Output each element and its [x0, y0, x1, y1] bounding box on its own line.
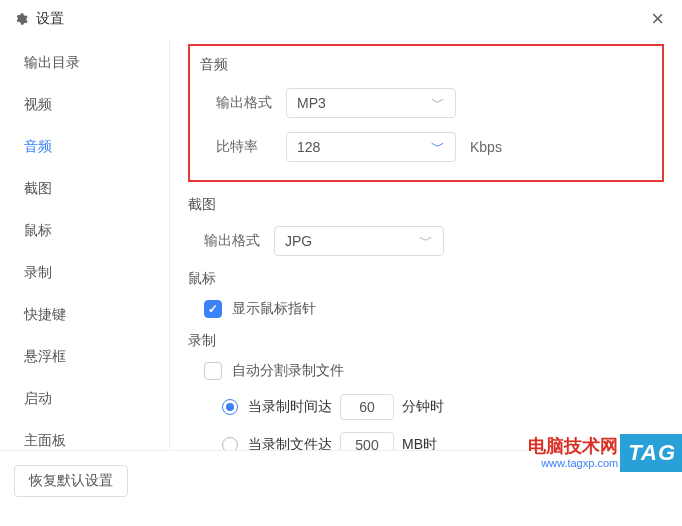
- section-title-record: 录制: [188, 332, 664, 350]
- bitrate-unit: Kbps: [470, 139, 502, 155]
- audio-bitrate-value: 128: [297, 139, 320, 155]
- show-pointer-checkbox[interactable]: [204, 300, 222, 318]
- screenshot-format-select[interactable]: JPG ﹀: [274, 226, 444, 256]
- split-size-row: 当录制文件达 500 MB时: [222, 432, 664, 450]
- audio-bitrate-row: 比特率 128 ﹀ Kbps: [200, 132, 652, 162]
- split-mode-group: 当录制时间达 60 分钟时 当录制文件达 500 MB时: [188, 394, 664, 450]
- chevron-down-icon: ﹀: [431, 94, 445, 112]
- audio-format-label: 输出格式: [216, 94, 286, 112]
- sidebar-item-main-panel[interactable]: 主面板: [0, 420, 169, 462]
- audio-format-select[interactable]: MP3 ﹀: [286, 88, 456, 118]
- section-title-screenshot: 截图: [188, 196, 664, 214]
- chevron-down-icon: ﹀: [431, 138, 445, 156]
- split-size-radio[interactable]: [222, 437, 238, 450]
- sidebar-item-output-dir[interactable]: 输出目录: [0, 42, 169, 84]
- sidebar-item-audio[interactable]: 音频: [0, 126, 169, 168]
- gear-icon: [14, 12, 28, 26]
- sidebar-item-startup[interactable]: 启动: [0, 378, 169, 420]
- chevron-down-icon: ﹀: [419, 232, 433, 250]
- sidebar-item-video[interactable]: 视频: [0, 84, 169, 126]
- sidebar-item-hotkey[interactable]: 快捷键: [0, 294, 169, 336]
- audio-format-value: MP3: [297, 95, 326, 111]
- sidebar-item-mouse[interactable]: 鼠标: [0, 210, 169, 252]
- split-time-row: 当录制时间达 60 分钟时: [222, 394, 664, 420]
- sidebar-item-record[interactable]: 录制: [0, 252, 169, 294]
- sidebar-item-float[interactable]: 悬浮框: [0, 336, 169, 378]
- sidebar-item-screenshot[interactable]: 截图: [0, 168, 169, 210]
- audio-bitrate-label: 比特率: [216, 138, 286, 156]
- audio-bitrate-select[interactable]: 128 ﹀: [286, 132, 456, 162]
- split-time-unit: 分钟时: [402, 398, 444, 416]
- split-size-unit: MB时: [402, 436, 437, 450]
- audio-format-row: 输出格式 MP3 ﹀: [200, 88, 652, 118]
- show-pointer-row: 显示鼠标指针: [188, 300, 664, 318]
- section-title-audio: 音频: [200, 56, 652, 74]
- split-time-input[interactable]: 60: [340, 394, 394, 420]
- sidebar: 输出目录 视频 音频 截图 鼠标 录制 快捷键 悬浮框 启动 主面板: [0, 38, 170, 450]
- window-title: 设置: [36, 10, 64, 28]
- auto-split-label: 自动分割录制文件: [232, 362, 344, 380]
- split-time-prefix: 当录制时间达: [248, 398, 332, 416]
- auto-split-row: 自动分割录制文件: [188, 362, 664, 380]
- screenshot-format-row: 输出格式 JPG ﹀: [188, 226, 664, 256]
- audio-section-highlight: 音频 输出格式 MP3 ﹀ 比特率 128 ﹀ Kbps: [188, 44, 664, 182]
- main-panel: 音频 输出格式 MP3 ﹀ 比特率 128 ﹀ Kbps 截图 输出格式: [170, 38, 682, 450]
- split-time-radio[interactable]: [222, 399, 238, 415]
- show-pointer-label: 显示鼠标指针: [232, 300, 316, 318]
- close-button[interactable]: ×: [647, 8, 668, 30]
- auto-split-checkbox[interactable]: [204, 362, 222, 380]
- section-title-mouse: 鼠标: [188, 270, 664, 288]
- split-size-prefix: 当录制文件达: [248, 436, 332, 450]
- screenshot-format-value: JPG: [285, 233, 312, 249]
- reset-defaults-button[interactable]: 恢复默认设置: [14, 465, 128, 497]
- split-size-input[interactable]: 500: [340, 432, 394, 450]
- screenshot-format-label: 输出格式: [204, 232, 274, 250]
- window-header: 设置 ×: [0, 0, 682, 38]
